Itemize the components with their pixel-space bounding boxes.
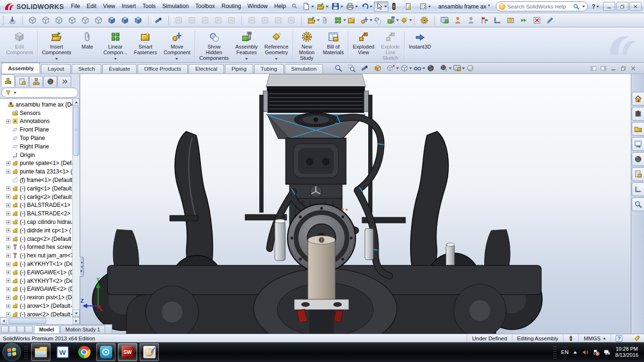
explode-line-sketch-button[interactable]: Explode Line Sketch xyxy=(378,28,403,62)
separator[interactable] xyxy=(301,16,305,25)
tree-horizontal-scrollbar[interactable] xyxy=(0,317,80,324)
linear-pattern-button[interactable]: Linear Compon... xyxy=(100,28,131,62)
expand-plus-icon[interactable] xyxy=(6,195,10,199)
scrollbar-thumb[interactable] xyxy=(73,107,79,156)
volume-icon[interactable] xyxy=(582,349,589,356)
smart-fasteners-box[interactable] xyxy=(347,15,360,26)
dropdown-caret-icon[interactable] xyxy=(343,19,346,21)
search-icon[interactable] xyxy=(573,3,579,10)
Edit-menu[interactable]: Edit xyxy=(83,0,100,13)
solidworks-taskbar-button[interactable]: SW xyxy=(118,343,137,361)
expand-plus-icon[interactable] xyxy=(6,170,10,174)
select-button[interactable] xyxy=(374,1,388,12)
library-search-tab[interactable] xyxy=(632,197,644,211)
filter-ellipse[interactable] xyxy=(247,15,260,26)
motion-study-gear[interactable] xyxy=(420,15,433,26)
units-selector[interactable]: MMGS xyxy=(578,334,611,342)
close-document-button[interactable] xyxy=(630,65,636,72)
view-isometric[interactable] xyxy=(107,15,120,26)
scroll-up-button[interactable] xyxy=(73,99,80,106)
dropdown-caret-icon[interactable] xyxy=(462,67,465,69)
hide-show-items-icon[interactable] xyxy=(413,64,425,72)
scroll-right-button[interactable] xyxy=(73,317,80,324)
previous-tab-button[interactable] xyxy=(9,326,17,333)
view-palette-tab[interactable] xyxy=(632,137,644,151)
scroll-down-button[interactable] xyxy=(73,310,80,317)
chrome-taskbar-button[interactable] xyxy=(74,343,94,361)
rebuild-status-zone[interactable] xyxy=(563,334,578,342)
expand-plus-icon[interactable] xyxy=(6,270,10,274)
quick-tips-zone[interactable] xyxy=(611,334,627,342)
Toolbox-menu[interactable]: Toolbox xyxy=(192,0,218,13)
measure-tools-tab[interactable] xyxy=(632,182,644,196)
separator[interactable] xyxy=(241,16,246,25)
tree-item[interactable]: (-) rexiron pist<1> (D xyxy=(0,293,72,302)
section-view-icon[interactable] xyxy=(374,64,386,72)
command-tab[interactable]: Layout xyxy=(41,64,71,74)
filter-scissors[interactable] xyxy=(260,15,273,26)
filter-arc[interactable] xyxy=(200,15,214,26)
displaymanager-tab[interactable] xyxy=(43,76,57,87)
tree-filter-box[interactable] xyxy=(1,88,78,98)
minimize-document-button[interactable] xyxy=(610,65,617,72)
dropdown-caret-icon[interactable] xyxy=(449,67,452,69)
expand-plus-icon[interactable] xyxy=(6,203,10,207)
separator[interactable] xyxy=(434,16,438,25)
dropdown-caret-icon[interactable] xyxy=(275,58,278,60)
tree-item[interactable]: (-) arow<2> (Default- xyxy=(0,310,72,317)
expand-plus-icon[interactable] xyxy=(6,237,10,241)
tree-item[interactable]: Sensors xyxy=(0,109,72,117)
filter-dome[interactable] xyxy=(287,15,300,26)
tree-vertical-scrollbar[interactable] xyxy=(72,99,80,317)
dropdown-caret-icon[interactable] xyxy=(422,67,425,69)
dropdown-caret-icon[interactable] xyxy=(370,6,372,8)
dropdown-caret-icon[interactable] xyxy=(409,67,412,69)
network-icon[interactable] xyxy=(603,349,611,356)
dropdown-caret-icon[interactable] xyxy=(355,6,358,8)
measure-pencil[interactable] xyxy=(545,15,559,26)
propertymanager-tab[interactable] xyxy=(15,76,29,87)
apply-scene-icon[interactable] xyxy=(440,64,452,72)
Insert-menu[interactable]: Insert xyxy=(118,0,139,13)
toolbar-grip[interactable] xyxy=(3,16,6,25)
expand-plus-icon[interactable] xyxy=(6,228,10,232)
tree-item[interactable]: (-) aKYKHYT<2> (Def xyxy=(0,277,72,285)
save-button[interactable] xyxy=(330,1,345,12)
mate-paperclip[interactable] xyxy=(320,15,333,26)
previous-view-icon[interactable] xyxy=(361,64,372,72)
view-front[interactable] xyxy=(28,15,41,26)
normal-to-arrow[interactable] xyxy=(8,15,21,26)
file-explorer-tab[interactable] xyxy=(632,122,644,136)
print-button[interactable] xyxy=(345,1,359,12)
dropdown-caret-icon[interactable] xyxy=(245,58,248,60)
quick-tips-help-icon[interactable] xyxy=(616,335,622,342)
tree-item[interactable]: (-) formed hex screw_ xyxy=(0,243,72,252)
language-indicator[interactable]: EN xyxy=(561,349,569,355)
tree-item[interactable]: punte fata 2313<1> ( xyxy=(0,167,72,176)
command-tab[interactable]: Piping xyxy=(225,64,253,74)
mate-flags[interactable] xyxy=(479,15,493,26)
file-properties-button[interactable] xyxy=(403,1,418,12)
view-left[interactable] xyxy=(54,15,67,26)
tree-item[interactable]: (f) frame<1> (Default xyxy=(0,176,72,184)
speed-arrows[interactable] xyxy=(519,15,532,26)
Window-menu[interactable]: Window xyxy=(244,0,271,13)
dropdown-caret-icon[interactable] xyxy=(409,19,412,21)
minimize-button[interactable] xyxy=(603,2,615,11)
filter-caret-icon[interactable] xyxy=(14,92,17,94)
taskbar-grip[interactable] xyxy=(24,346,27,359)
expand-plus-icon[interactable] xyxy=(6,304,10,308)
command-tab[interactable]: Electrical xyxy=(189,64,224,74)
last-tab-button[interactable] xyxy=(25,326,33,333)
tree-item[interactable]: (-) cap cilindru hidrau xyxy=(0,218,72,226)
appearances-tab[interactable] xyxy=(632,152,644,166)
diagnostics-red-box[interactable] xyxy=(532,15,545,26)
assembly-features-clamp[interactable] xyxy=(386,15,399,26)
expand-plus-icon[interactable] xyxy=(6,262,10,266)
edit-component-button[interactable]: Edit Component xyxy=(3,28,36,62)
study-tab[interactable]: Model xyxy=(34,325,59,333)
command-tab[interactable]: Office Products xyxy=(138,64,188,74)
study-tab[interactable]: Motion Study 1 xyxy=(60,325,105,333)
restore-button[interactable] xyxy=(616,2,628,11)
app-blue-taskbar-button[interactable] xyxy=(96,343,116,361)
